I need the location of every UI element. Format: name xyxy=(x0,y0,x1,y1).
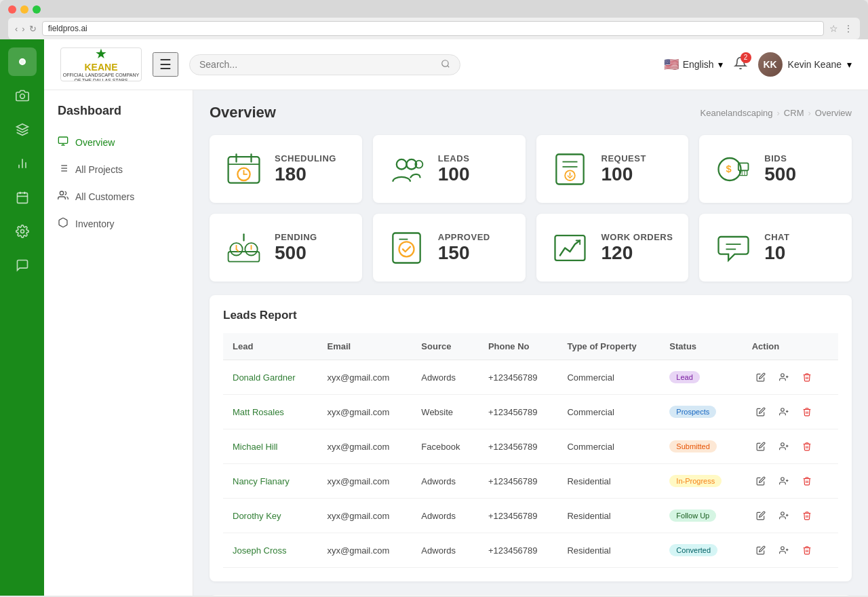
col-phone: Phone No xyxy=(479,333,558,360)
bids-info: BIDS 500 xyxy=(764,153,796,185)
card-work-orders[interactable]: WORK ORDERS 120 xyxy=(536,214,689,282)
svg-point-11 xyxy=(442,60,448,66)
delete-icon-0[interactable] xyxy=(798,368,816,386)
card-leads[interactable]: LEADS 100 xyxy=(373,135,526,203)
main-content: ★ KEANE OFFICIAL LANDSCAPE COMPANYOF THE… xyxy=(44,39,868,596)
pending-info: PENDING 500 xyxy=(275,232,317,264)
table-row: Dorothy Key xyx@gmail.com Adwords +12345… xyxy=(223,499,838,533)
sidebar-label-all-customers: All Customers xyxy=(75,191,134,202)
hamburger-button[interactable]: ☰ xyxy=(153,52,178,77)
edit-icon-5[interactable] xyxy=(752,541,770,559)
main-area: Overview Keanelandscaping › CRM › Overvi… xyxy=(193,90,868,596)
back-icon[interactable]: ‹ xyxy=(15,24,18,34)
add-user-icon-3[interactable] xyxy=(775,472,793,490)
col-email: Email xyxy=(318,333,412,360)
language-selector[interactable]: 🇺🇸 English ▾ xyxy=(664,57,723,72)
add-user-icon-0[interactable] xyxy=(775,368,793,386)
sidebar-item-inventory[interactable]: Inventory xyxy=(44,210,193,237)
lead-name-0[interactable]: Donald Gardner xyxy=(223,360,318,395)
request-icon-wrap xyxy=(550,149,591,189)
card-request[interactable]: REQUEST 100 xyxy=(536,135,689,203)
bids-label: BIDS xyxy=(764,153,796,163)
status-badge-3: In-Progress xyxy=(669,475,722,487)
scheduling-label: SCHEDULING xyxy=(275,153,336,163)
edit-icon-0[interactable] xyxy=(752,368,770,386)
edit-icon-2[interactable] xyxy=(752,438,770,455)
card-chat[interactable]: CHAT 10 xyxy=(699,214,852,282)
lead-property-5: Residential xyxy=(557,533,660,568)
card-scheduling[interactable]: SCHEDULING 180 xyxy=(210,135,362,203)
add-user-icon-5[interactable] xyxy=(775,541,793,559)
sidebar-item-all-customers[interactable]: All Customers xyxy=(44,183,193,210)
add-user-icon-2[interactable] xyxy=(775,438,793,455)
url-bar[interactable]: fieldpros.ai xyxy=(42,21,824,36)
forward-icon[interactable]: › xyxy=(22,24,24,34)
svg-rect-46 xyxy=(228,252,259,262)
projects-icon xyxy=(58,163,68,176)
work-orders-value: 120 xyxy=(601,242,673,264)
request-value: 100 xyxy=(601,163,646,185)
lead-property-0: Commercial xyxy=(557,360,660,395)
bids-icon-wrap: $ xyxy=(713,149,753,189)
sidebar-icon-chat[interactable] xyxy=(8,251,37,280)
lead-name-3[interactable]: Nancy Flanary xyxy=(223,464,318,499)
request-info: REQUEST 100 xyxy=(601,153,646,185)
leads-label: LEADS xyxy=(438,153,470,163)
sidebar-item-all-projects[interactable]: All Projects xyxy=(44,156,193,183)
main-sidebar: Dashboard Overview xyxy=(44,90,193,596)
svg-rect-51 xyxy=(393,233,420,263)
svg-point-63 xyxy=(781,443,784,446)
lead-name-4[interactable]: Dorothy Key xyxy=(223,499,318,533)
delete-icon-2[interactable] xyxy=(798,438,816,455)
lead-status-3: In-Progress xyxy=(660,464,742,499)
add-user-icon-1[interactable] xyxy=(775,403,793,421)
notification-button[interactable]: 2 xyxy=(734,56,747,73)
sidebar-icon-camera[interactable] xyxy=(8,81,37,110)
edit-icon-1[interactable] xyxy=(752,403,770,421)
svg-point-0 xyxy=(19,59,24,64)
request-label: REQUEST xyxy=(601,153,646,163)
user-info[interactable]: KK Kevin Keane ▾ xyxy=(758,52,852,77)
lead-name-2[interactable]: Michael Hill xyxy=(223,429,318,464)
svg-rect-23 xyxy=(228,157,259,182)
delete-icon-1[interactable] xyxy=(798,403,816,421)
card-approved[interactable]: APPROVED 150 xyxy=(373,214,526,282)
svg-rect-13 xyxy=(58,137,67,143)
delete-icon-5[interactable] xyxy=(798,541,816,559)
logo: ★ KEANE OFFICIAL LANDSCAPE COMPANYOF THE… xyxy=(60,47,142,81)
add-user-icon-4[interactable] xyxy=(775,507,793,524)
svg-rect-54 xyxy=(555,235,585,261)
action-icons-4 xyxy=(752,507,829,524)
delete-icon-4[interactable] xyxy=(798,507,816,524)
sidebar-icon-chart[interactable] xyxy=(8,149,37,178)
pending-label: PENDING xyxy=(275,232,317,242)
lead-phone-3: +123456789 xyxy=(479,464,558,499)
header: ★ KEANE OFFICIAL LANDSCAPE COMPANYOF THE… xyxy=(44,39,868,90)
chat-label: CHAT xyxy=(764,232,789,242)
lead-status-1: Prospects xyxy=(660,395,742,429)
edit-icon-4[interactable] xyxy=(752,507,770,524)
card-bids[interactable]: $ BIDS 500 xyxy=(699,135,852,203)
sidebar-icon-home[interactable] xyxy=(8,47,37,76)
sidebar-icon-settings[interactable] xyxy=(8,217,37,246)
breadcrumb-sep-2: › xyxy=(808,108,810,118)
edit-icon-3[interactable] xyxy=(752,472,770,490)
lead-source-4: Adwords xyxy=(412,499,479,533)
refresh-icon[interactable]: ↻ xyxy=(29,24,37,34)
breadcrumb-current: Overview xyxy=(815,108,852,118)
sidebar-icon-calendar[interactable] xyxy=(8,183,37,212)
card-pending[interactable]: PENDING 500 xyxy=(210,214,362,282)
sidebar-icon-layers[interactable] xyxy=(8,115,37,144)
lead-email-3: xyx@gmail.com xyxy=(318,464,412,499)
lead-name-1[interactable]: Matt Rosales xyxy=(223,395,318,429)
action-icons-5 xyxy=(752,541,829,559)
col-lead: Lead xyxy=(223,333,318,360)
icon-sidebar xyxy=(0,39,44,596)
delete-icon-3[interactable] xyxy=(798,472,816,490)
lead-name-5[interactable]: Joseph Cross xyxy=(223,533,318,568)
sidebar-label-overview: Overview xyxy=(75,137,115,148)
table-header-row: Lead Email Source Phone No Type of Prope… xyxy=(223,333,838,360)
sidebar-item-overview[interactable]: Overview xyxy=(44,129,193,156)
search-input[interactable] xyxy=(199,59,435,70)
svg-text:$: $ xyxy=(726,163,731,174)
